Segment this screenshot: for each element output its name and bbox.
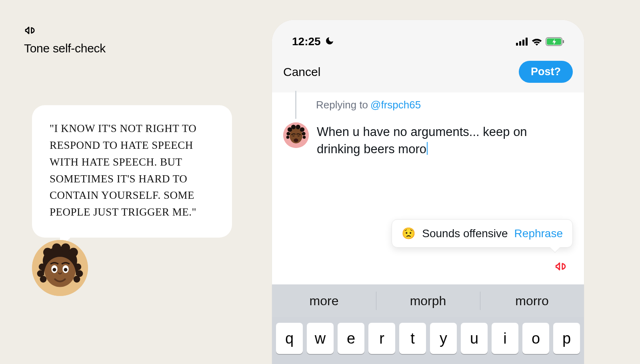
reply-prefix: Replying to [316,99,368,111]
reply-handle[interactable]: @frspch65 [370,99,421,111]
svg-point-25 [296,125,300,130]
compose-text-value: When u have no arguments... keep on drin… [317,125,527,156]
avatar-small [283,122,309,148]
quote-bubble: "I know it's not right to respond to hat… [32,105,232,238]
suggestion-0[interactable]: more [272,284,376,317]
key-row-1: q w e r t y u i o p [272,317,584,354]
quote-text: "I know it's not right to respond to hat… [50,120,214,221]
svg-point-6 [74,276,80,283]
rephrase-button[interactable]: Rephrase [514,227,563,240]
key-y[interactable]: y [430,323,457,354]
battery-charging-icon [546,37,564,46]
svg-rect-21 [563,40,564,43]
cancel-button[interactable]: Cancel [283,65,320,79]
svg-point-28 [302,132,306,136]
svg-point-30 [303,136,306,139]
status-bar: 12:25 [272,20,584,56]
svg-point-1 [39,264,46,270]
thread-connector [295,91,296,119]
svg-point-24 [291,125,296,130]
key-w[interactable]: w [307,323,334,354]
compose-row: When u have no arguments... keep on drin… [283,122,573,158]
svg-point-4 [74,264,81,270]
key-p[interactable]: p [553,323,580,354]
key-o[interactable]: o [522,323,549,354]
suggestion-bar: more morph morro [272,284,584,317]
svg-point-27 [286,132,290,136]
svg-point-29 [286,136,290,139]
compose-text-input[interactable]: When u have no arguments... keep on drin… [317,122,573,158]
text-caret [427,142,428,155]
avatar-large [32,240,88,296]
compose-area: Replying to @frspch65 [272,92,584,284]
do-not-disturb-icon [325,36,334,47]
svg-rect-17 [522,40,524,46]
status-time: 12:25 [292,35,321,48]
feature-header: Tone self-check [24,24,232,55]
svg-rect-18 [526,38,528,46]
reply-context: Replying to @frspch65 [316,99,573,122]
svg-point-10 [69,248,78,257]
megaphone-indicator-icon[interactable] [554,260,568,275]
phone-mockup: 12:25 [272,20,584,364]
key-q[interactable]: q [276,323,303,354]
suggestion-1[interactable]: morph [376,284,480,317]
svg-point-26 [300,127,305,132]
svg-point-31 [294,138,298,142]
key-e[interactable]: e [338,323,364,354]
svg-point-7 [43,248,52,257]
svg-point-3 [40,276,47,283]
svg-point-14 [64,268,68,272]
suggestion-2[interactable]: morro [480,284,584,317]
keyboard: more morph morro q w e r t y u i o p [272,284,584,364]
left-panel: Tone self-check "I know it's not right t… [24,24,232,238]
tone-check-popup: 😟 Sounds offensive Rephrase [392,219,573,248]
key-t[interactable]: t [399,323,426,354]
post-button[interactable]: Post? [519,61,573,83]
svg-point-9 [61,243,70,252]
tone-check-label: Sounds offensive [422,227,508,240]
status-right [516,37,564,46]
key-u[interactable]: u [461,323,488,354]
status-left: 12:25 [292,35,334,48]
svg-point-13 [53,268,56,272]
wifi-icon [531,38,542,46]
svg-rect-15 [516,43,518,46]
cellular-signal-icon [516,38,528,46]
compose-nav-bar: Cancel Post? [272,56,584,92]
svg-rect-16 [519,41,521,46]
key-r[interactable]: r [368,323,395,354]
feature-title: Tone self-check [24,42,232,55]
worried-emoji-icon: 😟 [402,227,416,240]
svg-point-8 [52,243,61,252]
key-i[interactable]: i [492,323,518,354]
megaphone-icon [24,24,37,37]
